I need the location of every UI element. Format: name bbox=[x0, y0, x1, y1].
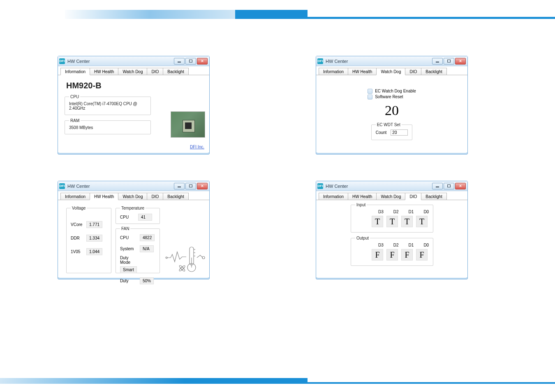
tab-watch-dog[interactable]: Watch Dog bbox=[118, 68, 147, 75]
tab-watch-dog[interactable]: Watch Dog bbox=[118, 193, 147, 200]
window-title: HW Center bbox=[326, 59, 432, 64]
minimize-button[interactable] bbox=[174, 58, 185, 65]
ec-watchdog-enable-label: EC Watch Dog Enable bbox=[375, 89, 416, 93]
tab-backlight[interactable]: Backlight bbox=[421, 193, 447, 200]
ec-wdt-set-legend: EC WDT Set bbox=[376, 122, 402, 127]
tab-watch-dog[interactable]: Watch Dog bbox=[376, 68, 405, 75]
window-title: HW Center bbox=[67, 59, 174, 64]
maximize-button[interactable] bbox=[444, 58, 454, 65]
count-label: Count bbox=[376, 130, 387, 135]
voltage-label: VCore bbox=[71, 222, 86, 227]
close-button[interactable]: × bbox=[455, 58, 466, 65]
thermometer-fan-icon bbox=[165, 245, 206, 274]
tabs: Information HW Health Watch Dog DIO Back… bbox=[316, 66, 467, 75]
tab-backlight[interactable]: Backlight bbox=[163, 68, 189, 75]
tab-dio[interactable]: DIO bbox=[147, 68, 163, 75]
close-button[interactable]: × bbox=[455, 183, 466, 189]
fan-value: N/A bbox=[140, 245, 154, 252]
dio-output-cell[interactable]: F bbox=[372, 249, 383, 261]
tab-dio[interactable]: DIO bbox=[405, 68, 421, 75]
temperature-legend: Temperature bbox=[120, 206, 146, 210]
hw-center-window-hw-health: DFI HW Center × Information HW Health Wa… bbox=[58, 181, 210, 279]
fan-value: 4822 bbox=[140, 234, 155, 241]
dio-input-legend: Input bbox=[355, 203, 367, 207]
titlebar[interactable]: DFI HW Center × bbox=[58, 181, 209, 191]
ram-value: 3508 MBytes bbox=[69, 125, 146, 130]
tab-backlight[interactable]: Backlight bbox=[421, 68, 447, 75]
fan-legend: FAN bbox=[120, 226, 130, 231]
close-button[interactable]: × bbox=[197, 58, 208, 65]
voltage-label: 1V05 bbox=[71, 249, 86, 254]
dio-header: D0 bbox=[423, 243, 429, 247]
dio-output-cell[interactable]: F bbox=[386, 249, 398, 261]
dio-header: D2 bbox=[393, 210, 399, 214]
fan-label: CPU bbox=[120, 235, 140, 240]
app-icon: DFI bbox=[317, 58, 323, 64]
tab-hw-health[interactable]: HW Health bbox=[348, 193, 377, 200]
maximize-button[interactable] bbox=[444, 183, 454, 189]
model-name: HM920-B bbox=[66, 81, 205, 90]
temp-label: CPU bbox=[120, 215, 138, 219]
dio-header: D3 bbox=[378, 210, 384, 214]
minimize-button[interactable] bbox=[174, 183, 185, 189]
dio-input-cell[interactable]: T bbox=[401, 216, 413, 227]
window-title: HW Center bbox=[326, 184, 432, 189]
app-icon: DFI bbox=[59, 58, 65, 64]
tabs: Information HW Health Watch Dog DIO Back… bbox=[316, 191, 467, 200]
tabs: Information HW Health Watch Dog DIO Back… bbox=[58, 66, 209, 75]
tab-information[interactable]: Information bbox=[319, 68, 348, 75]
count-input[interactable] bbox=[391, 129, 408, 136]
hw-center-window-watch-dog: DFI HW Center × Information HW Health Wa… bbox=[316, 56, 468, 154]
maximize-button[interactable] bbox=[185, 58, 196, 65]
ram-legend: RAM bbox=[69, 118, 81, 123]
tab-information[interactable]: Information bbox=[60, 193, 90, 200]
dio-header: D0 bbox=[423, 210, 429, 214]
ec-watchdog-enable-checkbox[interactable]: EC Watch Dog Enable bbox=[368, 89, 416, 94]
temp-value: 41 bbox=[138, 214, 152, 221]
fan-label: System bbox=[120, 247, 140, 251]
tab-information[interactable]: Information bbox=[319, 193, 348, 200]
dio-output-cell[interactable]: F bbox=[401, 249, 413, 261]
titlebar[interactable]: DFI HW Center × bbox=[316, 181, 467, 191]
tab-dio[interactable]: DIO bbox=[147, 193, 163, 200]
fan-value: 50% bbox=[140, 277, 154, 284]
dio-input-cell[interactable]: T bbox=[416, 216, 428, 227]
hw-center-window-dio: DFI HW Center × Information HW Health Wa… bbox=[316, 181, 468, 279]
close-button[interactable]: × bbox=[197, 183, 208, 189]
titlebar[interactable]: DFI HW Center × bbox=[58, 56, 209, 66]
tab-hw-health[interactable]: HW Health bbox=[348, 68, 377, 75]
hw-center-window-information: DFI HW Center × Information HW Health Wa… bbox=[58, 56, 210, 154]
minimize-button[interactable] bbox=[432, 58, 443, 65]
software-reset-label: Software Reset bbox=[375, 95, 403, 99]
fan-label: Duty Mode bbox=[120, 256, 140, 265]
dio-output-cell[interactable]: F bbox=[416, 249, 428, 261]
watchdog-countdown-display: 20 bbox=[385, 103, 399, 118]
dfi-link[interactable]: DFI Inc. bbox=[190, 145, 204, 149]
software-reset-checkbox[interactable]: Software Reset bbox=[368, 95, 416, 99]
titlebar[interactable]: DFI HW Center × bbox=[316, 56, 467, 66]
dio-header: D1 bbox=[409, 210, 414, 214]
tab-watch-dog[interactable]: Watch Dog bbox=[376, 193, 405, 200]
app-icon: DFI bbox=[59, 183, 65, 189]
dio-header: D1 bbox=[409, 243, 414, 247]
fan-value: Smart bbox=[120, 266, 137, 273]
app-icon: DFI bbox=[317, 183, 323, 189]
tab-information[interactable]: Information bbox=[60, 68, 90, 75]
tab-hw-health[interactable]: HW Health bbox=[90, 193, 118, 200]
tab-dio[interactable]: DIO bbox=[405, 193, 421, 200]
dio-header: D2 bbox=[393, 243, 399, 247]
tab-hw-health[interactable]: HW Health bbox=[90, 68, 118, 75]
maximize-button[interactable] bbox=[185, 183, 196, 189]
tabs: Information HW Health Watch Dog DIO Back… bbox=[58, 191, 209, 200]
dio-input-cell[interactable]: T bbox=[372, 216, 383, 227]
tab-backlight[interactable]: Backlight bbox=[163, 193, 189, 200]
voltage-legend: Voltage bbox=[71, 206, 87, 210]
fan-label: Duty bbox=[120, 279, 140, 283]
window-title: HW Center bbox=[67, 184, 174, 189]
dio-input-cell[interactable]: T bbox=[386, 216, 398, 227]
board-image bbox=[171, 111, 205, 138]
voltage-value: 1.771 bbox=[86, 221, 102, 228]
minimize-button[interactable] bbox=[432, 183, 443, 189]
cpu-value: Intel(R) Core(TM) i7-4700EQ CPU @ 2.40GH… bbox=[69, 101, 146, 111]
dio-output-legend: Output bbox=[355, 236, 370, 240]
